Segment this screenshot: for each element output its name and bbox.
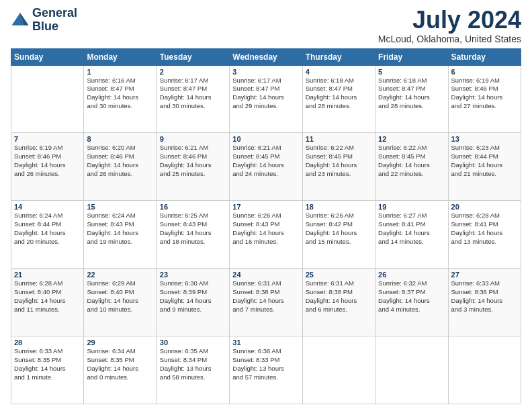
day-info: Sunrise: 6:34 AM Sunset: 8:35 PM Dayligh…	[87, 347, 153, 381]
day-number: 8	[87, 135, 153, 143]
calendar-cell: 1Sunrise: 6:16 AM Sunset: 8:47 PM Daylig…	[84, 65, 157, 133]
day-info: Sunrise: 6:25 AM Sunset: 8:43 PM Dayligh…	[160, 212, 226, 246]
day-info: Sunrise: 6:31 AM Sunset: 8:38 PM Dayligh…	[232, 279, 299, 314]
day-number: 25	[306, 271, 372, 279]
calendar-week-row: 7Sunrise: 6:19 AM Sunset: 8:46 PM Daylig…	[11, 133, 521, 201]
day-info: Sunrise: 6:20 AM Sunset: 8:46 PM Dayligh…	[87, 144, 153, 178]
day-number: 18	[306, 203, 372, 211]
calendar-header-friday: Friday	[375, 48, 448, 65]
calendar-header-tuesday: Tuesday	[157, 48, 229, 65]
header: General Blue July 2024 McLoud, Oklahoma,…	[11, 7, 521, 44]
day-info: Sunrise: 6:17 AM Sunset: 8:47 PM Dayligh…	[232, 77, 299, 111]
calendar-cell: 3Sunrise: 6:17 AM Sunset: 8:47 PM Daylig…	[230, 65, 302, 133]
day-info: Sunrise: 6:36 AM Sunset: 8:33 PM Dayligh…	[232, 347, 299, 381]
calendar-cell: 7Sunrise: 6:19 AM Sunset: 8:46 PM Daylig…	[11, 133, 84, 201]
day-number: 26	[378, 271, 445, 279]
day-info: Sunrise: 6:28 AM Sunset: 8:40 PM Dayligh…	[14, 279, 81, 314]
day-number: 4	[306, 68, 372, 76]
calendar-table: SundayMondayTuesdayWednesdayThursdayFrid…	[11, 48, 521, 404]
day-info: Sunrise: 6:30 AM Sunset: 8:39 PM Dayligh…	[160, 279, 226, 314]
day-number: 6	[451, 68, 518, 76]
calendar-cell: 14Sunrise: 6:24 AM Sunset: 8:44 PM Dayli…	[11, 201, 84, 269]
calendar-header-saturday: Saturday	[448, 48, 521, 65]
calendar-cell: 10Sunrise: 6:21 AM Sunset: 8:45 PM Dayli…	[230, 133, 302, 201]
day-info: Sunrise: 6:18 AM Sunset: 8:47 PM Dayligh…	[378, 77, 445, 111]
day-number: 16	[160, 203, 226, 211]
calendar-cell: 18Sunrise: 6:26 AM Sunset: 8:42 PM Dayli…	[302, 201, 375, 269]
logo: General Blue	[11, 7, 77, 34]
calendar-cell: 13Sunrise: 6:23 AM Sunset: 8:44 PM Dayli…	[448, 133, 521, 201]
page: General Blue July 2024 McLoud, Oklahoma,…	[0, 0, 532, 411]
calendar-cell	[448, 336, 521, 404]
day-number: 2	[160, 68, 226, 76]
calendar-cell: 20Sunrise: 6:28 AM Sunset: 8:41 PM Dayli…	[448, 201, 521, 269]
day-number: 9	[160, 135, 226, 143]
calendar-cell: 31Sunrise: 6:36 AM Sunset: 8:33 PM Dayli…	[230, 336, 302, 404]
calendar-header-sunday: Sunday	[11, 48, 84, 65]
day-number: 30	[160, 338, 226, 347]
calendar-cell	[375, 336, 448, 404]
calendar-week-row: 14Sunrise: 6:24 AM Sunset: 8:44 PM Dayli…	[11, 201, 521, 269]
main-title: July 2024	[378, 7, 521, 34]
calendar-week-row: 1Sunrise: 6:16 AM Sunset: 8:47 PM Daylig…	[11, 65, 521, 133]
calendar-header-monday: Monday	[84, 48, 157, 65]
day-info: Sunrise: 6:33 AM Sunset: 8:36 PM Dayligh…	[451, 279, 518, 314]
calendar-cell	[302, 336, 375, 404]
day-info: Sunrise: 6:29 AM Sunset: 8:40 PM Dayligh…	[87, 279, 153, 314]
day-info: Sunrise: 6:26 AM Sunset: 8:42 PM Dayligh…	[306, 212, 372, 246]
day-number: 15	[87, 203, 153, 211]
calendar-header-wednesday: Wednesday	[230, 48, 302, 65]
day-info: Sunrise: 6:24 AM Sunset: 8:44 PM Dayligh…	[14, 212, 81, 246]
day-info: Sunrise: 6:18 AM Sunset: 8:47 PM Dayligh…	[306, 77, 372, 111]
title-section: July 2024 McLoud, Oklahoma, United State…	[378, 7, 521, 44]
day-number: 27	[451, 271, 518, 279]
calendar-cell: 27Sunrise: 6:33 AM Sunset: 8:36 PM Dayli…	[448, 269, 521, 336]
logo-line1: General	[32, 7, 77, 20]
calendar-cell: 22Sunrise: 6:29 AM Sunset: 8:40 PM Dayli…	[84, 269, 157, 336]
day-info: Sunrise: 6:24 AM Sunset: 8:43 PM Dayligh…	[87, 212, 153, 246]
day-number: 21	[14, 271, 81, 279]
day-number: 24	[232, 271, 299, 279]
day-info: Sunrise: 6:32 AM Sunset: 8:37 PM Dayligh…	[378, 279, 445, 314]
calendar-cell: 2Sunrise: 6:17 AM Sunset: 8:47 PM Daylig…	[157, 65, 229, 133]
calendar-cell: 5Sunrise: 6:18 AM Sunset: 8:47 PM Daylig…	[375, 65, 448, 133]
day-info: Sunrise: 6:35 AM Sunset: 8:34 PM Dayligh…	[160, 347, 226, 381]
day-info: Sunrise: 6:26 AM Sunset: 8:43 PM Dayligh…	[232, 212, 299, 246]
day-info: Sunrise: 6:31 AM Sunset: 8:38 PM Dayligh…	[306, 279, 372, 314]
day-info: Sunrise: 6:28 AM Sunset: 8:41 PM Dayligh…	[451, 212, 518, 246]
day-info: Sunrise: 6:19 AM Sunset: 8:46 PM Dayligh…	[451, 77, 518, 111]
calendar-cell: 28Sunrise: 6:33 AM Sunset: 8:35 PM Dayli…	[11, 336, 84, 404]
day-number: 23	[160, 271, 226, 279]
calendar-week-row: 28Sunrise: 6:33 AM Sunset: 8:35 PM Dayli…	[11, 336, 521, 404]
day-info: Sunrise: 6:17 AM Sunset: 8:47 PM Dayligh…	[160, 77, 226, 111]
calendar-cell: 19Sunrise: 6:27 AM Sunset: 8:41 PM Dayli…	[375, 201, 448, 269]
day-number: 10	[232, 135, 299, 143]
day-number: 17	[232, 203, 299, 211]
day-number: 5	[378, 68, 445, 76]
day-number: 12	[378, 135, 445, 143]
calendar-header-thursday: Thursday	[302, 48, 375, 65]
calendar-cell: 30Sunrise: 6:35 AM Sunset: 8:34 PM Dayli…	[157, 336, 229, 404]
logo-line2: Blue	[32, 20, 77, 34]
calendar-cell: 11Sunrise: 6:22 AM Sunset: 8:45 PM Dayli…	[302, 133, 375, 201]
logo-icon	[11, 11, 30, 30]
calendar-cell: 23Sunrise: 6:30 AM Sunset: 8:39 PM Dayli…	[157, 269, 229, 336]
logo-text: General Blue	[32, 7, 77, 34]
day-number: 14	[14, 203, 81, 211]
calendar-cell: 15Sunrise: 6:24 AM Sunset: 8:43 PM Dayli…	[84, 201, 157, 269]
day-info: Sunrise: 6:22 AM Sunset: 8:45 PM Dayligh…	[306, 144, 372, 178]
day-number: 20	[451, 203, 518, 211]
subtitle: McLoud, Oklahoma, United States	[378, 34, 521, 44]
day-info: Sunrise: 6:21 AM Sunset: 8:45 PM Dayligh…	[232, 144, 299, 178]
calendar-cell: 8Sunrise: 6:20 AM Sunset: 8:46 PM Daylig…	[84, 133, 157, 201]
day-number: 31	[232, 338, 299, 347]
day-number: 19	[378, 203, 445, 211]
day-info: Sunrise: 6:33 AM Sunset: 8:35 PM Dayligh…	[14, 347, 81, 381]
day-info: Sunrise: 6:16 AM Sunset: 8:47 PM Dayligh…	[87, 77, 153, 111]
day-number: 7	[14, 135, 81, 143]
calendar-cell: 29Sunrise: 6:34 AM Sunset: 8:35 PM Dayli…	[84, 336, 157, 404]
calendar-cell: 16Sunrise: 6:25 AM Sunset: 8:43 PM Dayli…	[157, 201, 229, 269]
calendar-cell: 24Sunrise: 6:31 AM Sunset: 8:38 PM Dayli…	[230, 269, 302, 336]
day-info: Sunrise: 6:19 AM Sunset: 8:46 PM Dayligh…	[14, 144, 81, 178]
calendar-week-row: 21Sunrise: 6:28 AM Sunset: 8:40 PM Dayli…	[11, 269, 521, 336]
